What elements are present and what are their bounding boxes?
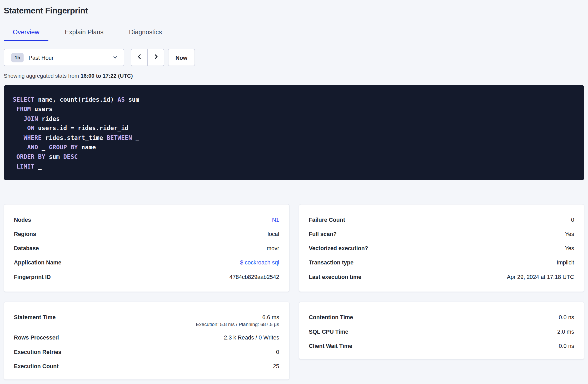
row-label: Nodes: [14, 216, 31, 223]
performance-cards-row: Statement Time6.6 msExecution: 5.8 ms / …: [4, 302, 584, 380]
row-value: Apr 29, 2024 at 17:18 UTC: [507, 273, 574, 280]
stats-caption-range: 16:00 to 17:22 (UTC): [81, 73, 133, 79]
row-value: 6.6 ms: [262, 314, 279, 320]
card-row: Fingerprint ID4784cb829aab2542: [14, 269, 279, 284]
card-row: Regionslocal: [14, 227, 279, 241]
card-row: Contention Time0.0 ns: [309, 310, 574, 324]
card-row: Statement Time6.6 msExecution: 5.8 ms / …: [14, 310, 279, 327]
tab-explain-plans[interactable]: Explain Plans: [56, 24, 112, 41]
row-value: 0: [571, 216, 574, 223]
row-value-link[interactable]: $ cockroach sql: [240, 259, 279, 265]
card-row: Execution Count25: [14, 359, 279, 373]
row-value: 4784cb829aab2542: [230, 273, 279, 280]
execution-attributes-card: Failure Count0Full scan?YesVectorized ex…: [299, 204, 584, 292]
card-row: Transaction typeImplicit: [309, 255, 574, 269]
sql-line: LIMIT _: [13, 162, 575, 171]
card-row: Last execution timeApr 29, 2024 at 17:18…: [309, 269, 574, 284]
sql-statement-box: SELECT name, count(rides.id) AS sum FROM…: [4, 85, 584, 180]
page-title: Statement Fingerprint: [4, 0, 588, 16]
row-value: 0: [276, 348, 279, 355]
sql-line: FROM users: [13, 105, 575, 114]
row-value: 25: [273, 363, 279, 369]
card-row: Databasemovr: [14, 241, 279, 255]
sql-line: ON users.id = rides.rider_id: [13, 124, 575, 133]
row-value: local: [268, 231, 279, 237]
sql-line: JOIN rides: [13, 114, 575, 124]
row-label: Last execution time: [309, 273, 361, 280]
tab-diagnostics[interactable]: Diagnostics: [120, 24, 171, 41]
row-value: 0.0 ns: [559, 342, 574, 349]
row-label: Statement Time: [14, 314, 56, 320]
next-interval-button[interactable]: [147, 49, 164, 66]
page: Statement Fingerprint OverviewExplain Pl…: [0, 0, 588, 384]
chevron-left-icon: [136, 54, 142, 61]
chevron-right-icon: [153, 54, 159, 61]
row-value: 2.3 k Reads / 0 Writes: [224, 334, 279, 341]
sql-line: WHERE rides.start_time BETWEEN _: [13, 133, 575, 142]
stats-caption-prefix: Showing aggregated stats from: [4, 73, 81, 79]
now-button[interactable]: Now: [168, 49, 195, 66]
row-label: Rows Processed: [14, 334, 59, 341]
time-range-dropdown[interactable]: 1h Past Hour: [4, 49, 124, 66]
card-row: SQL CPU Time2.0 ms: [309, 324, 574, 338]
row-value: 2.0 ms: [557, 328, 574, 334]
row-label: Application Name: [14, 259, 61, 265]
row-label: Full scan?: [309, 231, 337, 237]
row-value: Implicit: [557, 259, 574, 265]
row-label: Failure Count: [309, 216, 345, 223]
duration-badge: 1h: [11, 53, 24, 62]
wait-times-card: Contention Time0.0 nsSQL CPU Time2.0 msC…: [299, 302, 584, 359]
row-label: Transaction type: [309, 259, 353, 265]
row-value-link[interactable]: N1: [272, 216, 279, 223]
card-row: Full scan?Yes: [309, 227, 574, 241]
row-label: Contention Time: [309, 314, 353, 320]
card-row: NodesN1: [14, 212, 279, 227]
time-controls: 1h Past Hour Now: [4, 49, 588, 66]
row-label: Fingerprint ID: [14, 273, 51, 280]
tab-overview[interactable]: Overview: [4, 24, 48, 41]
row-value: 0.0 ns: [559, 314, 574, 320]
tabs-bar: OverviewExplain PlansDiagnostics: [4, 24, 588, 41]
time-step-group: [131, 49, 164, 66]
card-row: Client Wait Time0.0 ns: [309, 338, 574, 353]
row-label: Vectorized execution?: [309, 245, 368, 251]
row-value: Yes: [565, 231, 574, 237]
summary-cards-row: NodesN1RegionslocalDatabasemovrApplicati…: [4, 204, 584, 292]
stats-caption: Showing aggregated stats from 16:00 to 1…: [4, 72, 588, 79]
row-value: movr: [267, 245, 279, 251]
sql-line: SELECT name, count(rides.id) AS sum: [13, 95, 575, 104]
row-label: Execution Retries: [14, 348, 62, 355]
sql-line: ORDER BY sum DESC: [13, 152, 575, 162]
statement-performance-card: Statement Time6.6 msExecution: 5.8 ms / …: [4, 302, 289, 380]
row-label: Execution Count: [14, 363, 59, 369]
chevron-down-icon: [112, 55, 118, 60]
row-label: Regions: [14, 231, 36, 237]
row-label: SQL CPU Time: [309, 328, 348, 334]
row-subtext: Execution: 5.8 ms / Planning: 687.5 µs: [14, 322, 279, 327]
prev-interval-button[interactable]: [131, 49, 147, 66]
time-range-label: Past Hour: [29, 54, 54, 61]
card-row: Vectorized execution?Yes: [309, 241, 574, 255]
sql-statement: SELECT name, count(rides.id) AS sum FROM…: [13, 95, 575, 171]
card-row: Execution Retries0: [14, 344, 279, 359]
sql-line: AND _ GROUP BY name: [13, 142, 575, 152]
card-row: Application Name$ cockroach sql: [14, 255, 279, 269]
card-row: Failure Count0: [309, 212, 574, 227]
row-label: Client Wait Time: [309, 342, 352, 349]
card-row: Rows Processed2.3 k Reads / 0 Writes: [14, 330, 279, 344]
row-label: Database: [14, 245, 39, 251]
statement-details-card: NodesN1RegionslocalDatabasemovrApplicati…: [4, 204, 289, 292]
row-value: Yes: [565, 245, 574, 251]
